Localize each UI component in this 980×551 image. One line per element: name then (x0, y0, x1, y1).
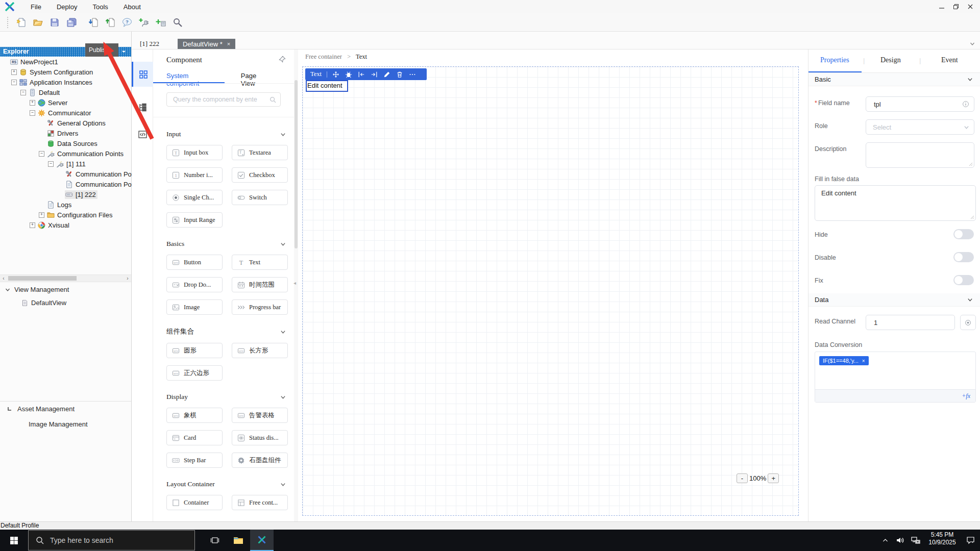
toolbar-add-component-button[interactable] (154, 16, 167, 29)
component-item[interactable]: TTextarea (232, 145, 288, 160)
read-channel-input-box[interactable] (866, 315, 955, 330)
tree-item[interactable]: −Application Instances (0, 77, 131, 87)
edit-icon[interactable] (383, 71, 390, 78)
toolbar-save-all-button[interactable] (65, 16, 78, 29)
component-item[interactable]: Progress bar (232, 299, 288, 315)
tree-item[interactable]: Logs (0, 199, 131, 210)
tab-overflow-chevron-icon[interactable] (970, 41, 975, 46)
component-section-header[interactable]: Display (166, 393, 286, 401)
role-select[interactable]: Select (866, 119, 974, 135)
field-name-input[interactable] (873, 100, 962, 109)
free-container-grid[interactable] (302, 66, 799, 516)
image-management-item[interactable]: Image Management (29, 420, 88, 428)
tree-item[interactable]: Drivers (0, 128, 131, 138)
component-item[interactable]: Container (166, 495, 223, 510)
bug-icon[interactable] (345, 71, 352, 78)
description-textarea[interactable] (866, 142, 974, 168)
tree-item[interactable]: +Configuration Files (0, 210, 131, 220)
asset-management-header[interactable]: Asset Management (7, 405, 75, 413)
toolbar-publish-button[interactable] (104, 16, 117, 29)
component-item[interactable]: Step Bar (166, 453, 223, 468)
component-item[interactable]: BTN告警表格 (232, 408, 288, 423)
component-item[interactable]: Image (166, 299, 223, 315)
menu-about[interactable]: About (124, 3, 141, 11)
tray-expand-button[interactable] (878, 530, 892, 551)
taskbar-search[interactable]: Type here to search (28, 530, 195, 550)
start-button[interactable] (0, 530, 28, 551)
component-item[interactable]: Checkbox (232, 167, 288, 183)
delete-icon[interactable] (396, 71, 403, 78)
tree-item[interactable]: +System Configuration (0, 67, 131, 77)
scrollbar-thumb[interactable] (295, 80, 298, 248)
tree-expander[interactable]: − (48, 161, 54, 167)
read-channel-input[interactable] (873, 318, 954, 327)
explorer-hscrollbar[interactable]: ‹ › (0, 274, 131, 282)
tree-expander[interactable]: + (11, 69, 17, 75)
component-item[interactable]: Status dis... (232, 430, 288, 445)
collapse-left-icon[interactable]: ◂ (293, 280, 296, 286)
tree-item[interactable]: −Communicator (0, 108, 131, 118)
menu-deploy[interactable]: Deploy (57, 3, 77, 11)
remove-tag-icon[interactable]: × (862, 358, 865, 364)
tree-expander[interactable]: − (30, 110, 35, 116)
pin-icon[interactable] (278, 56, 286, 63)
taskbar-clock[interactable]: 5:45 PM 10/9/2025 (924, 529, 961, 551)
component-item[interactable]: Card (166, 430, 223, 445)
component-item[interactable]: TText (232, 255, 288, 270)
toolbar-add-device-button[interactable] (137, 16, 151, 29)
menu-file[interactable]: File (31, 3, 41, 11)
toolbar-search-button[interactable] (171, 16, 184, 29)
component-item[interactable]: 时间范围 (232, 277, 288, 292)
tree-item[interactable]: −Communication Points (0, 148, 131, 159)
component-section-header[interactable]: Layout Container (166, 480, 286, 488)
tree-item[interactable]: +Xvisual (0, 220, 131, 230)
toolbar-new-button[interactable] (14, 16, 28, 29)
mode-tree-button[interactable] (132, 99, 153, 115)
breadcrumb-free-container[interactable]: Free container (305, 53, 342, 60)
menu-tools[interactable]: Tools (92, 3, 108, 11)
mode-code-button[interactable] (132, 127, 153, 141)
task-view-button[interactable] (203, 530, 227, 551)
tree-expander[interactable]: − (39, 151, 44, 157)
tab-properties[interactable]: Properties (820, 56, 849, 64)
component-search-input[interactable] (172, 95, 270, 104)
scroll-left-arrow[interactable]: ‹ (0, 275, 7, 282)
component-section-header[interactable]: Basics (166, 240, 286, 248)
component-item[interactable]: Switch (232, 190, 288, 205)
component-section-header[interactable]: 组件集合 (166, 327, 286, 336)
component-item[interactable]: BTNButton (166, 255, 223, 270)
component-item[interactable]: BTN长方形 (232, 343, 288, 358)
data-conversion-box[interactable]: IF($1==48,'y... × +fx (815, 352, 976, 403)
component-item[interactable]: Single Ch... (166, 190, 223, 205)
resize-handle-icon[interactable] (969, 162, 973, 166)
toolbar-save-button[interactable] (48, 16, 61, 29)
tree-item[interactable]: RSNewProject1 (0, 57, 131, 67)
align-in-icon[interactable] (358, 71, 365, 78)
tab-close-icon[interactable]: × (227, 41, 230, 47)
section-data-header[interactable]: Data (808, 293, 980, 307)
tree-item[interactable]: Data Sources (0, 138, 131, 148)
view-item-defaultview[interactable]: DefaultView (21, 299, 66, 307)
component-item[interactable]: BTN圆形 (166, 343, 223, 358)
tree-expander[interactable]: + (30, 222, 35, 228)
zoom-out-button[interactable]: - (737, 473, 748, 483)
tree-item[interactable]: −Default (0, 87, 131, 97)
minimize-button[interactable] (935, 2, 948, 11)
maximize-button[interactable] (949, 2, 963, 11)
component-item[interactable]: Input Range (166, 212, 223, 228)
zoom-in-button[interactable]: + (768, 473, 779, 483)
tree-item[interactable]: [1] 222 (0, 189, 131, 199)
close-button[interactable] (964, 2, 977, 11)
conversion-tag[interactable]: IF($1==48,'y... × (819, 356, 869, 365)
component-item[interactable]: Free cont... (232, 495, 288, 510)
more-icon[interactable] (409, 71, 416, 78)
editor-tab[interactable]: DefaultView *× (178, 39, 235, 49)
toolbar-import-button[interactable] (87, 16, 100, 29)
component-item[interactable]: BTN象棋 (166, 408, 223, 423)
component-item[interactable]: Drop Do... (166, 277, 223, 292)
notification-button[interactable] (961, 530, 980, 551)
align-out-icon[interactable] (371, 71, 378, 78)
component-section-header[interactable]: Input (166, 130, 286, 138)
toolbar-help-button[interactable]: ? (120, 16, 134, 29)
toggle-fix[interactable] (953, 275, 974, 285)
